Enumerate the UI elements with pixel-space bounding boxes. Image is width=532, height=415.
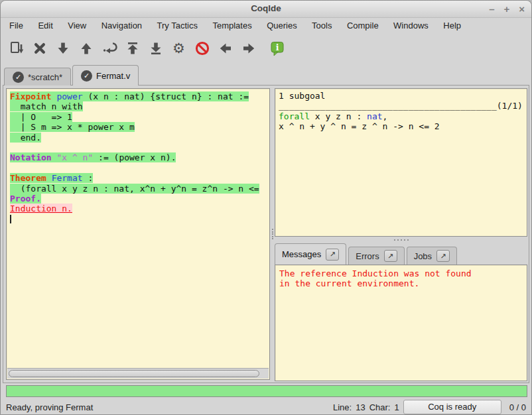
window-title: CoqIde (1, 3, 531, 13)
scrollbar-thumb[interactable] (9, 370, 259, 377)
toolbar: ⚙ i (1, 34, 531, 63)
tab-label: Jobs (414, 251, 432, 261)
line-label: Line: (333, 402, 352, 412)
splitter-handle-icon (272, 228, 273, 241)
close-document-button[interactable] (28, 36, 51, 60)
close-button[interactable]: × (519, 3, 525, 16)
arrow-to-top-icon (125, 40, 141, 56)
detach-messages-button[interactable]: ↗ (326, 249, 339, 261)
menu-file[interactable]: File (3, 19, 29, 33)
tab-label: Fermat.v (96, 71, 130, 81)
tab-fermat[interactable]: ✓ Fermat.v (72, 65, 139, 86)
info-bubble-icon: i (269, 40, 285, 56)
up-arrow-icon (78, 40, 94, 56)
tab-jobs[interactable]: Jobs ↗ (407, 247, 457, 265)
char-value: 1 (394, 402, 399, 412)
menu-view[interactable]: View (62, 19, 92, 33)
save-icon (9, 40, 25, 56)
menu-compile[interactable]: Compile (341, 19, 385, 33)
status-text: Ready, proving Fermat (1, 402, 93, 412)
messages-text: The reference Induction was not foundin … (275, 265, 527, 381)
script-editor[interactable]: Fixpoint power (x n : nat) {struct n} : … (6, 88, 270, 380)
detach-errors-button[interactable]: ↗ (384, 250, 397, 262)
char-label: Char: (369, 402, 391, 412)
menu-queries[interactable]: Queries (261, 19, 303, 33)
fully-check-button[interactable]: ⚙ (167, 36, 190, 60)
previous-button[interactable] (214, 36, 237, 60)
line-value: 13 (356, 402, 365, 412)
menu-windows[interactable]: Windows (387, 19, 434, 33)
right-arrow-icon (241, 40, 257, 56)
go-to-cursor-button[interactable] (98, 36, 121, 60)
statusbar: Ready, proving Fermat Line: 13 Char: 1 C… (1, 398, 531, 415)
detach-jobs-button[interactable]: ↗ (436, 250, 450, 262)
forward-one-command-button[interactable] (51, 36, 74, 60)
save-button[interactable] (5, 36, 28, 60)
menu-templates[interactable]: Templates (206, 19, 257, 33)
arrow-to-bottom-icon (148, 40, 164, 56)
goal-counter: 0 / 0 (509, 402, 526, 412)
down-arrow-icon (55, 40, 71, 56)
menu-help[interactable]: Help (437, 19, 467, 33)
goals-panel[interactable]: 1 subgoal_______________________________… (275, 88, 527, 237)
coqide-window: CoqIde – + × File Edit View Navigation T… (0, 0, 532, 415)
tab-errors[interactable]: Errors ↗ (348, 247, 404, 265)
minimize-button[interactable]: – (489, 3, 494, 16)
splitter-handle-icon (393, 239, 409, 241)
menubar: File Edit View Navigation Try Tactics Te… (1, 19, 531, 33)
menu-edit[interactable]: Edit (32, 19, 58, 33)
coq-status-button[interactable]: Coq is ready (403, 400, 501, 414)
goals-text: 1 subgoal_______________________________… (275, 89, 527, 236)
notebook-frame: Fixpoint power (x n : nat) {struct n} : … (3, 85, 529, 383)
document-tabbar: ✓ *scratch* ✓ Fermat.v (4, 65, 140, 86)
gear-icon: ⚙ (172, 41, 185, 56)
left-arrow-icon (218, 40, 233, 56)
tab-label: *scratch* (28, 72, 62, 82)
tab-label: Errors (356, 251, 379, 261)
restart-button[interactable] (121, 36, 144, 60)
tab-messages[interactable]: Messages ↗ (275, 243, 346, 265)
go-to-end-button[interactable] (144, 36, 167, 60)
stop-interrupt-icon (194, 40, 210, 56)
horizontal-splitter[interactable] (275, 237, 527, 243)
svg-text:i: i (275, 42, 279, 52)
saved-check-icon: ✓ (81, 70, 92, 82)
menu-tools[interactable]: Tools (306, 19, 338, 33)
curved-arrow-icon (101, 40, 117, 56)
messages-notebook-tabs: Messages ↗ Errors ↗ Jobs ↗ (275, 243, 459, 265)
menu-navigation[interactable]: Navigation (96, 19, 148, 33)
saved-check-icon: ✓ (13, 72, 24, 83)
menu-try-tactics[interactable]: Try Tactics (151, 19, 204, 33)
about-button[interactable]: i (265, 36, 289, 60)
tab-scratch[interactable]: ✓ *scratch* (4, 68, 71, 86)
script-buffer[interactable]: Fixpoint power (x n : nat) {struct n} : … (7, 89, 269, 368)
interrupt-button[interactable] (190, 36, 214, 60)
tab-label: Messages (282, 249, 321, 259)
messages-panel[interactable]: The reference Induction was not foundin … (275, 265, 527, 381)
next-button[interactable] (237, 36, 260, 60)
progress-bar (6, 385, 527, 397)
maximize-button[interactable]: + (503, 3, 509, 16)
backward-one-command-button[interactable] (74, 36, 98, 60)
close-icon (32, 40, 48, 56)
horizontal-scrollbar[interactable] (7, 368, 269, 379)
titlebar[interactable]: CoqIde – + × (1, 1, 531, 18)
